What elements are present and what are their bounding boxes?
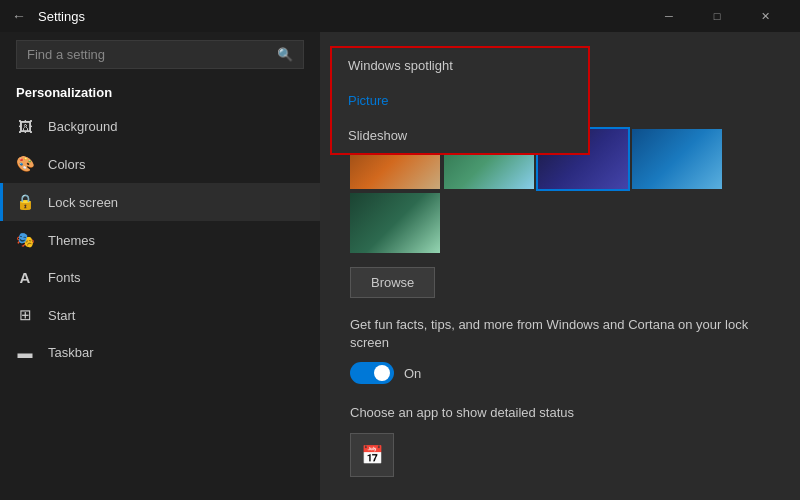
sidebar-item-themes-label: Themes xyxy=(48,233,95,248)
back-button[interactable]: ← xyxy=(12,8,26,24)
themes-icon: 🎭 xyxy=(16,231,34,249)
dropdown-item-slideshow[interactable]: Slideshow xyxy=(332,118,588,153)
sidebar-item-taskbar[interactable]: ▬ Taskbar xyxy=(0,334,320,371)
browse-button[interactable]: Browse xyxy=(350,267,435,298)
lock-screen-icon: 🔒 xyxy=(16,193,34,211)
title-bar-title: Settings xyxy=(38,9,85,24)
sidebar-item-taskbar-label: Taskbar xyxy=(48,345,94,360)
background-type-dropdown[interactable]: Windows spotlight Picture Slideshow xyxy=(330,46,590,155)
section-label: Personalization xyxy=(0,81,320,108)
search-input[interactable] xyxy=(27,47,277,62)
search-icon: 🔍 xyxy=(277,47,293,62)
right-panel: Lock screen Windows spotlight Picture Sl… xyxy=(320,32,800,500)
cortana-tips-toggle[interactable] xyxy=(350,362,394,384)
cortana-tips-toggle-label: On xyxy=(404,366,421,381)
maximize-button[interactable]: □ xyxy=(694,0,740,32)
dropdown-item-spotlight[interactable]: Windows spotlight xyxy=(332,48,588,83)
detailed-status-section: Choose an app to show detailed status 📅 xyxy=(350,404,770,476)
sidebar-item-themes[interactable]: 🎭 Themes xyxy=(0,221,320,259)
title-bar: ← Settings ─ □ ✕ xyxy=(0,0,800,32)
colors-icon: 🎨 xyxy=(16,155,34,173)
sidebar-item-start-label: Start xyxy=(48,308,75,323)
sidebar-item-colors[interactable]: 🎨 Colors xyxy=(0,145,320,183)
detailed-status-app-calendar[interactable]: 📅 xyxy=(350,433,394,477)
quick-status-desc: Choose apps to show quick status xyxy=(350,497,770,500)
dropdown-item-picture[interactable]: Picture xyxy=(332,83,588,118)
search-box[interactable]: 🔍 xyxy=(16,40,304,69)
minimize-button[interactable]: ─ xyxy=(646,0,692,32)
cortana-tips-section: Get fun facts, tips, and more from Windo… xyxy=(350,316,770,384)
toggle-knob xyxy=(374,365,390,381)
sidebar-item-start[interactable]: ⊞ Start xyxy=(0,296,320,334)
sidebar: 🔍 Personalization 🖼 Background 🎨 Colors … xyxy=(0,32,320,500)
cortana-tips-toggle-row: On xyxy=(350,362,770,384)
sidebar-item-fonts-label: Fonts xyxy=(48,270,81,285)
sidebar-item-fonts[interactable]: A Fonts xyxy=(0,259,320,296)
sidebar-item-colors-label: Colors xyxy=(48,157,86,172)
picture-thumb-4[interactable] xyxy=(632,129,722,189)
cortana-tips-desc: Get fun facts, tips, and more from Windo… xyxy=(350,316,770,352)
background-icon: 🖼 xyxy=(16,118,34,135)
close-button[interactable]: ✕ xyxy=(742,0,788,32)
window-controls: ─ □ ✕ xyxy=(646,0,788,32)
detailed-status-desc: Choose an app to show detailed status xyxy=(350,404,770,422)
taskbar-icon: ▬ xyxy=(16,344,34,361)
sidebar-item-lock-screen[interactable]: 🔒 Lock screen xyxy=(0,183,320,221)
fonts-icon: A xyxy=(16,269,34,286)
detailed-status-app-row: 📅 xyxy=(350,433,770,477)
sidebar-item-lock-screen-label: Lock screen xyxy=(48,195,118,210)
sidebar-item-background-label: Background xyxy=(48,119,117,134)
quick-status-section: Choose apps to show quick status ✉ 📅 S +… xyxy=(350,497,770,500)
main-content: 🔍 Personalization 🖼 Background 🎨 Colors … xyxy=(0,32,800,500)
picture-thumb-5[interactable] xyxy=(350,193,440,253)
start-icon: ⊞ xyxy=(16,306,34,324)
sidebar-item-background[interactable]: 🖼 Background xyxy=(0,108,320,145)
